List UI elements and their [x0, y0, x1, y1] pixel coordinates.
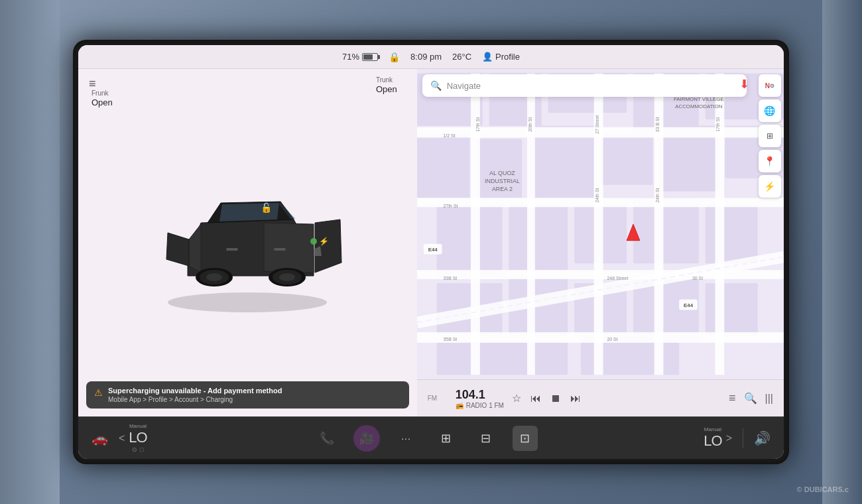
radio-icon: 📻: [456, 402, 463, 409]
media-source: FM: [428, 395, 448, 402]
north-btn[interactable]: N ⊙: [759, 74, 781, 97]
taskbar-left: 🚗 < Manual LO ⊙ □: [92, 423, 147, 453]
left-climate-value: LO: [129, 429, 147, 446]
media-frequency: 104.1: [456, 388, 504, 402]
location-pin-btn[interactable]: 📍: [759, 150, 781, 172]
svg-point-6: [279, 273, 295, 281]
trunk-title: Trunk: [376, 76, 397, 84]
left-climate-icons: ⊙ □: [132, 446, 143, 453]
svg-text:27 Street: 27 Street: [594, 115, 599, 134]
next-track-btn[interactable]: ⏭: [570, 393, 581, 405]
svg-text:AL QUOZ: AL QUOZ: [489, 170, 515, 176]
navigate-bar[interactable]: 🔍 Navigate: [422, 74, 747, 97]
globe-btn[interactable]: 🌐: [759, 99, 781, 122]
svg-rect-33: [705, 283, 757, 336]
tesla-screen: 71% 🔒 8:09 pm 26°C 👤 Profile ≡: [78, 45, 784, 459]
car-visual: Frunk Open Trunk Open: [78, 69, 417, 416]
more-btn[interactable]: ···: [393, 425, 420, 452]
queue-btn[interactable]: ≡: [729, 391, 736, 405]
svg-text:E44: E44: [428, 247, 438, 253]
profile-section[interactable]: 👤 Profile: [482, 52, 520, 62]
svg-point-9: [310, 238, 317, 245]
media-right-controls: ≡ 🔍 |||: [729, 391, 773, 405]
taskbar-right: Manual LO > 🔊: [704, 426, 770, 450]
svg-rect-24: [436, 204, 502, 277]
media-controls: ☆ ⏮ ⏹ ⏭: [512, 392, 581, 405]
svg-rect-25: [509, 204, 568, 270]
stop-btn[interactable]: ⏹: [550, 393, 561, 405]
svg-text:17th St: 17th St: [475, 117, 480, 132]
apps-btn[interactable]: ⊡: [513, 426, 538, 451]
media-view-btn[interactable]: ⊞: [433, 425, 460, 452]
svg-text:INDUSTRIAL: INDUSTRIAL: [485, 178, 520, 184]
frunk-title: Frunk: [92, 89, 113, 97]
time-display: 8:09 pm: [410, 52, 442, 62]
svg-text:1/2 St: 1/2 St: [443, 133, 455, 138]
svg-rect-18: [417, 133, 469, 198]
battery-icon: [362, 53, 378, 61]
battery-status: 71%: [342, 52, 378, 62]
svg-rect-27: [633, 198, 699, 263]
media-station: 📻 RADIO 1 FM: [456, 402, 504, 409]
right-climate-control[interactable]: Manual LO: [704, 426, 721, 450]
watermark: © DUBICARS.c: [797, 485, 849, 493]
svg-text:30 St: 30 St: [692, 276, 703, 281]
interior-left: [0, 0, 60, 504]
left-prev-chevron[interactable]: <: [119, 432, 125, 444]
car-status-btn[interactable]: 🚗: [92, 430, 108, 446]
svg-text:35B St: 35B St: [443, 337, 457, 342]
svg-rect-34: [436, 342, 568, 375]
svg-text:33 B St: 33 B St: [654, 117, 659, 132]
svg-text:17th St: 17th St: [715, 117, 720, 132]
station-name: RADIO 1 FM: [466, 402, 504, 409]
seat-icon: ⊙: [132, 446, 137, 453]
right-climate-value: LO: [704, 432, 721, 450]
svg-text:ACCOMMODATION: ACCOMMODATION: [675, 103, 723, 109]
prev-track-btn[interactable]: ⏮: [530, 393, 541, 405]
favorite-btn[interactable]: ☆: [512, 392, 521, 405]
interior-right: [822, 0, 862, 504]
warning-title: Supercharging unavailable - Add payment …: [108, 387, 282, 395]
car-icon: 🚗: [92, 430, 108, 446]
trunk-label: Trunk Open: [376, 76, 397, 95]
svg-text:FAIRMONT VILLEGE: FAIRMONT VILLEGE: [674, 96, 724, 102]
battery-percent: 71%: [342, 52, 359, 62]
svg-rect-8: [274, 248, 286, 251]
warning-bar: ⚠ Supercharging unavailable - Add paymen…: [86, 381, 409, 409]
camera-btn[interactable]: 🎥: [353, 425, 380, 452]
volume-icon: 🔊: [754, 430, 770, 446]
person-icon: 👤: [482, 52, 493, 62]
status-bar: 71% 🔒 8:09 pm 26°C 👤 Profile: [78, 45, 784, 69]
right-climate-label: Manual: [704, 426, 721, 432]
layers-btn[interactable]: ⊞: [759, 125, 781, 147]
equalizer-btn[interactable]: |||: [765, 393, 773, 405]
svg-text:27th St: 27th St: [443, 204, 458, 208]
charge-station-btn[interactable]: ⚡: [759, 175, 781, 198]
svg-text:20th St: 20th St: [528, 117, 532, 132]
warning-icon: ⚠: [94, 387, 103, 398]
svg-rect-28: [705, 204, 757, 263]
svg-text:⚡: ⚡: [319, 236, 329, 246]
search-media-btn[interactable]: 🔍: [744, 392, 757, 405]
left-climate-control[interactable]: Manual LO ⊙ □: [129, 423, 147, 453]
trunk-status: Open: [376, 84, 397, 95]
lock-icon: 🔒: [389, 52, 400, 62]
split-view-btn[interactable]: ⊟: [473, 425, 499, 452]
taskbar-center: 📞 🎥 ··· ⊞ ⊟ ⊡: [314, 425, 538, 452]
svg-point-0: [168, 292, 327, 312]
map-container[interactable]: 17th St 20th St 27 Street 33 B St 17th S…: [417, 69, 784, 379]
right-panel: 17th St 20th St 27 Street 33 B St 17th S…: [417, 69, 784, 416]
map-svg: 17th St 20th St 27 Street 33 B St 17th S…: [417, 69, 784, 379]
svg-point-3: [206, 273, 222, 281]
warning-text: Supercharging unavailable - Add payment …: [108, 387, 282, 403]
left-climate-label: Manual: [129, 423, 147, 429]
volume-btn[interactable]: 🔊: [754, 430, 770, 446]
svg-text:248 Street: 248 Street: [607, 276, 628, 281]
right-next-chevron[interactable]: >: [726, 432, 732, 444]
phone-btn[interactable]: 📞: [314, 425, 340, 452]
search-icon: 🔍: [430, 80, 442, 91]
download-btn[interactable]: ⬇: [735, 74, 755, 94]
svg-text:20 St: 20 St: [607, 337, 617, 342]
battery-fill: [363, 54, 373, 60]
svg-text:24th St: 24th St: [654, 188, 659, 203]
